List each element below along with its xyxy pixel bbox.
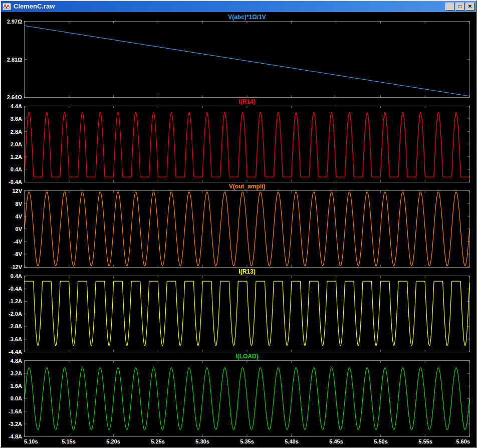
y-tick-label: 4.4A bbox=[11, 104, 22, 109]
y-tick-label: -3.2A bbox=[9, 421, 22, 426]
plot-area: V(abc)*1Ω/1V 2.97Ω2.81Ω2.64Ω I(R14) 4.4A… bbox=[1, 12, 476, 447]
x-tick-label: 5.20s bbox=[106, 439, 120, 444]
waveform-canvas[interactable] bbox=[25, 22, 469, 97]
waveform-icon bbox=[3, 4, 11, 10]
y-tick-label: -2.8A bbox=[9, 324, 22, 329]
plot-canvas-ir13[interactable]: 0.4A-0.4A-1.2A-2.0A-2.8A-3.6A-4.4A bbox=[24, 276, 470, 352]
y-tick-label: -0.4A bbox=[9, 179, 22, 185]
y-tick-label: 0.0A bbox=[11, 396, 22, 401]
x-tick-label: 5.45s bbox=[329, 439, 343, 444]
waveform-canvas[interactable] bbox=[25, 361, 469, 436]
y-tick-label: 4V bbox=[16, 213, 22, 219]
waveform-canvas[interactable] bbox=[25, 191, 469, 267]
y-tick-label: -3.6A bbox=[9, 336, 22, 342]
y-tick-label: -4.8A bbox=[9, 434, 22, 439]
x-tick-label: 5.50s bbox=[374, 439, 388, 444]
y-tick-label: -2.0A bbox=[9, 311, 22, 317]
y-tick-label: 3.6A bbox=[11, 116, 22, 122]
x-tick-label: 5.40s bbox=[285, 439, 299, 444]
y-tick-label: 12V bbox=[12, 188, 22, 194]
pane-title: V(out_ampli) bbox=[24, 182, 470, 190]
plot-pane-ir13: I(R13) 0.4A-0.4A-1.2A-2.0A-2.8A-3.6A-4.4… bbox=[1, 268, 470, 352]
y-tick-label: 0V bbox=[16, 227, 22, 232]
x-tick-label: 5.25s bbox=[151, 439, 165, 444]
y-tick-label: -8V bbox=[14, 252, 22, 257]
y-tick-label: 4.8A bbox=[11, 358, 22, 363]
y-tick-label: 2.81Ω bbox=[7, 57, 22, 62]
y-tick-label: 1.2A bbox=[11, 154, 22, 160]
pane-title: I(LOAD) bbox=[24, 352, 470, 360]
x-tick-label: 5.15s bbox=[62, 439, 76, 444]
pane-title: I(R13) bbox=[24, 268, 470, 276]
plot-canvas-vabc[interactable]: 2.97Ω2.81Ω2.64Ω bbox=[24, 21, 470, 98]
pane-title: V(abc)*1Ω/1V bbox=[24, 13, 470, 21]
window-controls: _ □ ✕ bbox=[445, 3, 474, 11]
minimize-button[interactable]: _ bbox=[445, 3, 454, 11]
y-tick-label: 2.8A bbox=[11, 129, 22, 134]
y-tick-label: -4.4A bbox=[9, 349, 22, 354]
y-tick-label: -1.6A bbox=[9, 408, 22, 414]
maximize-button[interactable]: □ bbox=[455, 3, 464, 11]
plot-pane-iload: I(LOAD) 4.8A3.2A1.6A0.0A-1.6A-3.2A-4.8A bbox=[1, 352, 470, 437]
y-tick-label: -12V bbox=[11, 264, 22, 270]
y-tick-label: -4V bbox=[14, 239, 22, 245]
pane-title: I(R14) bbox=[24, 98, 470, 106]
y-tick-label: 1.6A bbox=[11, 383, 22, 389]
y-tick-label: 8V bbox=[16, 201, 22, 206]
y-tick-label: 0.4A bbox=[11, 273, 22, 279]
x-axis: 5.10s5.15s5.20s5.25s5.30s5.35s5.40s5.45s… bbox=[24, 437, 470, 447]
plot-canvas-ir14[interactable]: 4.4A3.6A2.8A2.0A1.2A0.4A-0.4A bbox=[24, 106, 470, 182]
y-tick-label: 2.64Ω bbox=[7, 95, 22, 100]
y-tick-label: 2.0A bbox=[11, 141, 22, 147]
close-button[interactable]: ✕ bbox=[465, 3, 474, 11]
x-tick-label: 5.30s bbox=[195, 439, 209, 444]
title-bar[interactable]: ClemenC.raw _ □ ✕ bbox=[1, 1, 476, 12]
waveform-app-icon[interactable] bbox=[3, 3, 11, 10]
y-tick-label: -1.2A bbox=[9, 299, 22, 304]
plot-pane-voutampli: V(out_ampli) 12V8V4V0V-4V-8V-12V bbox=[1, 182, 470, 267]
plot-canvas-iload[interactable]: 4.8A3.2A1.6A0.0A-1.6A-3.2A-4.8A bbox=[24, 360, 470, 437]
y-tick-label: -0.4A bbox=[9, 286, 22, 291]
window-title: ClemenC.raw bbox=[14, 1, 55, 12]
x-tick-label: 5.10s bbox=[24, 439, 38, 444]
x-tick-label: 5.60s bbox=[456, 439, 470, 444]
plot-pane-vabc: V(abc)*1Ω/1V 2.97Ω2.81Ω2.64Ω bbox=[1, 13, 470, 98]
x-tick-label: 5.35s bbox=[240, 439, 254, 444]
plot-pane-ir14: I(R14) 4.4A3.6A2.8A2.0A1.2A0.4A-0.4A bbox=[1, 98, 470, 182]
x-tick-label: 5.55s bbox=[418, 439, 432, 444]
waveform-canvas[interactable] bbox=[25, 276, 469, 352]
waveform-canvas[interactable] bbox=[25, 106, 469, 182]
y-tick-label: 0.4A bbox=[11, 167, 22, 172]
y-tick-label: 2.97Ω bbox=[7, 19, 22, 25]
waveform-viewer-window: ClemenC.raw _ □ ✕ V(abc)*1Ω/1V 2.97Ω2.81… bbox=[0, 0, 477, 448]
y-tick-label: 3.2A bbox=[11, 371, 22, 376]
plot-canvas-voutampli[interactable]: 12V8V4V0V-4V-8V-12V bbox=[24, 190, 470, 267]
